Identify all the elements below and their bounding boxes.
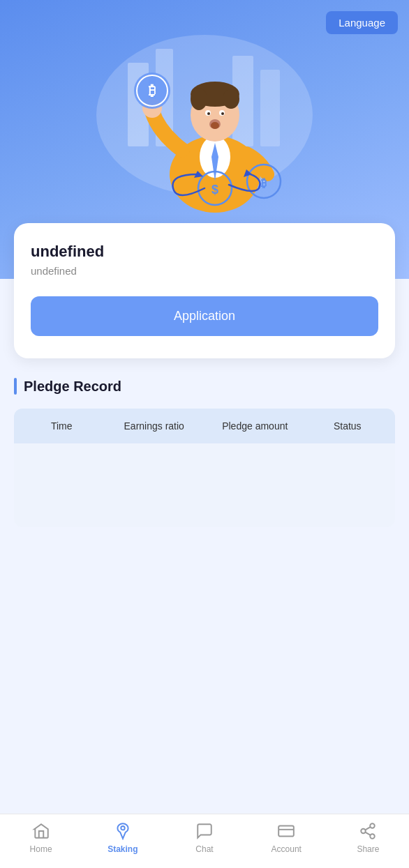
table-body (14, 443, 395, 527)
nav-account[interactable]: Account (246, 821, 327, 854)
table-header: Time Earnings ratio Pledge amount Status (14, 409, 395, 443)
nav-account-label: Account (272, 844, 302, 854)
application-button[interactable]: Application (31, 296, 378, 336)
nav-share-label: Share (357, 844, 379, 854)
bottom-nav: Home Staking Chat Account (0, 814, 409, 868)
svg-text:₿: ₿ (261, 177, 267, 189)
svg-point-9 (191, 88, 207, 110)
chat-icon (195, 821, 214, 841)
pledge-table: Time Earnings ratio Pledge amount Status (14, 409, 395, 527)
svg-point-27 (121, 826, 124, 830)
account-icon (276, 821, 296, 841)
svg-point-16 (211, 122, 219, 129)
svg-point-14 (221, 112, 224, 115)
card-subtitle: undefined (31, 265, 378, 277)
svg-line-32 (366, 832, 371, 835)
svg-rect-3 (260, 70, 280, 146)
nav-home-label: Home (30, 844, 52, 854)
svg-line-33 (366, 827, 371, 830)
share-icon (358, 821, 378, 841)
nav-staking[interactable]: Staking (82, 821, 163, 854)
section-header: Pledge Record (14, 378, 395, 395)
pledge-section: Pledge Record Time Earnings ratio Pledge… (0, 358, 409, 814)
col-earnings: Earnings ratio (103, 420, 204, 432)
main-card: undefined undefined Application (14, 223, 395, 358)
section-bar (14, 378, 17, 395)
nav-chat-label: Chat (195, 844, 213, 854)
home-icon (31, 821, 51, 841)
col-status: Status (306, 420, 389, 432)
svg-point-13 (207, 112, 210, 115)
staking-icon (113, 821, 133, 841)
col-time: Time (20, 420, 103, 432)
section-title: Pledge Record (24, 379, 121, 395)
hero-illustration: ₿ $ ₿ (93, 14, 316, 223)
svg-point-10 (223, 89, 239, 109)
svg-text:$: $ (211, 183, 218, 197)
card-title: undefined (31, 243, 378, 261)
nav-staking-label: Staking (107, 844, 137, 854)
nav-chat[interactable]: Chat (163, 821, 245, 854)
svg-text:₿: ₿ (149, 83, 156, 98)
nav-home[interactable]: Home (0, 821, 82, 854)
svg-point-31 (371, 834, 375, 839)
svg-point-30 (362, 829, 366, 834)
col-pledge: Pledge amount (204, 420, 306, 432)
nav-share[interactable]: Share (327, 821, 409, 854)
svg-rect-28 (278, 825, 294, 836)
character-illustration: ₿ $ ₿ (107, 21, 302, 216)
svg-point-29 (371, 823, 375, 828)
language-button[interactable]: Language (326, 11, 398, 34)
